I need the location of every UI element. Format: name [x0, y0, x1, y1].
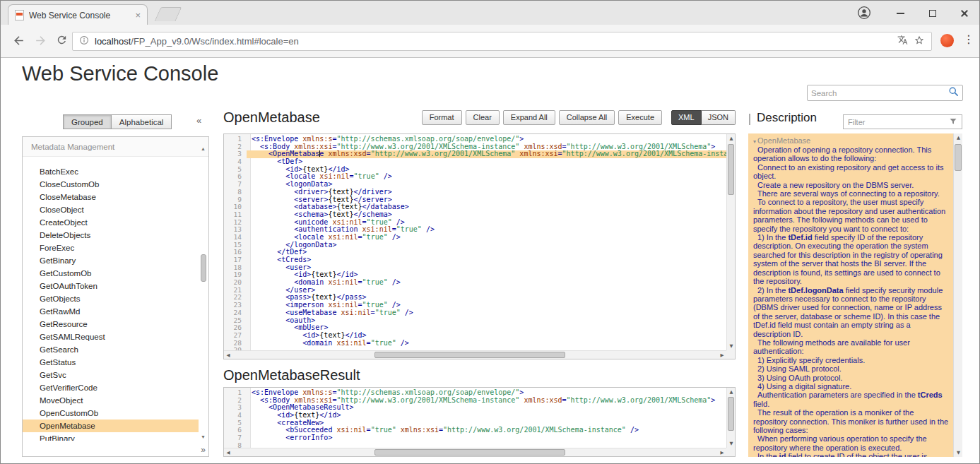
window-close-button[interactable] — [955, 6, 974, 20]
sidebar-item[interactable]: DeleteObjects — [23, 229, 199, 242]
toolbar-button[interactable]: Format — [422, 110, 462, 125]
code-text — [247, 442, 726, 448]
description-scrollbar[interactable]: ▲ ▼ — [953, 133, 962, 457]
scrollbar-thumb[interactable] — [201, 254, 206, 282]
description-paragraph: 4) Using a digital signature. — [753, 382, 950, 391]
url-text: localhost/FP_App_v9.0/Wsc/index.html#loc… — [95, 36, 892, 47]
description-title: Description — [757, 111, 817, 125]
new-tab-button[interactable] — [155, 7, 182, 21]
request-editor[interactable]: 1 <s:Envelope xmlns:s="http://schemas.xm… — [223, 133, 736, 359]
scrollbar-thumb[interactable] — [374, 449, 565, 456]
sidebar-item[interactable]: GetRawMd — [23, 305, 199, 318]
description-node-header[interactable]: ▾OpenMetabase — [753, 136, 950, 145]
reload-button[interactable] — [56, 34, 68, 49]
vertical-scrollbar[interactable]: ▲ ▼ — [726, 388, 735, 448]
request-code[interactable]: 1 <s:Envelope xmlns:s="http://schemas.xm… — [224, 136, 726, 350]
sidebar-item[interactable]: GetStatus — [23, 356, 199, 369]
line-number: 4 — [224, 412, 247, 420]
scroll-up-icon[interactable]: ▲ — [954, 133, 962, 142]
address-bar[interactable]: localhost/FP_App_v9.0/Wsc/index.html#loc… — [72, 32, 932, 51]
request-header: OpenMetabase Format Clear Expand All Col… — [223, 109, 736, 126]
response-code[interactable]: 1 <s:Envelope xmlns:s="http://schemas.xm… — [224, 389, 726, 448]
scroll-right-icon[interactable]: ▶ — [718, 448, 726, 457]
sidebar-item[interactable]: MoveObject — [23, 394, 199, 407]
scroll-left-icon[interactable]: ◀ — [224, 448, 232, 457]
sidebar-item[interactable]: CloseMetabase — [23, 191, 199, 203]
back-button[interactable] — [12, 34, 25, 50]
scroll-up-icon[interactable]: ▲ — [727, 134, 736, 143]
scroll-up-icon[interactable]: ▲ — [727, 388, 736, 396]
horizontal-scrollbar[interactable]: ◀ ▶ — [224, 448, 726, 456]
scroll-right-icon[interactable]: ▶ — [718, 351, 726, 359]
forward-button[interactable] — [34, 34, 47, 50]
translate-icon[interactable] — [897, 35, 908, 48]
scroll-left-icon[interactable]: ◀ — [224, 351, 232, 359]
format-button[interactable]: JSON — [702, 110, 736, 125]
grouped-button[interactable]: Grouped — [63, 114, 112, 129]
sidebar-item[interactable]: GetObjects — [23, 292, 199, 305]
method-list: BatchExec CloseCustomOb CloseMetabase Cl… — [23, 157, 199, 441]
sidebar-item[interactable]: PutBinary — [23, 432, 199, 441]
search-icon[interactable] — [948, 86, 959, 100]
scroll-down-icon[interactable]: ▼ — [954, 448, 962, 457]
sidebar-item[interactable]: CreateObject — [23, 216, 199, 229]
browser-tab[interactable]: Web Service Console × — [8, 4, 148, 25]
sidebar-item[interactable]: GetBinary — [23, 254, 199, 267]
sidebar-item[interactable]: GetCustomOb — [23, 267, 199, 280]
sidebar-item[interactable]: GetSvc — [23, 369, 199, 381]
profile-icon[interactable] — [857, 6, 871, 23]
sidebar-item[interactable]: OpenCustomOb — [23, 407, 199, 420]
line-number: 1 — [224, 389, 247, 397]
description-paragraph: The following methods are available for … — [753, 338, 950, 356]
sidebar-item[interactable]: OpenMetabase — [23, 420, 199, 432]
horizontal-scrollbar[interactable]: ◀ ▶ — [224, 350, 726, 359]
search-input[interactable] — [811, 89, 948, 97]
sidebar-item[interactable]: CloseCustomOb — [23, 178, 199, 191]
format-button[interactable]: XML — [671, 110, 702, 125]
vertical-scrollbar[interactable]: ▲ ▼ — [726, 134, 735, 350]
panel-splitter[interactable] — [749, 114, 750, 125]
code-text: </logonData> — [247, 242, 726, 249]
response-editor[interactable]: 1 <s:Envelope xmlns:s="http://schemas.xm… — [223, 387, 736, 457]
scrollbar-thumb[interactable] — [374, 352, 565, 358]
sidebar-item[interactable]: GetSearch — [23, 343, 199, 356]
sidebar-collapse-button[interactable]: « — [196, 115, 201, 126]
maximize-button[interactable] — [923, 6, 942, 20]
scroll-down-icon[interactable]: ▼ — [727, 439, 736, 448]
toolbar-button[interactable]: Clear — [466, 110, 500, 125]
code-line: 27 <id>{text}</id> — [224, 332, 726, 340]
sidebar-item[interactable]: BatchExec — [23, 165, 199, 178]
sidebar-item[interactable]: CloseObject — [23, 203, 199, 216]
filter-input[interactable] — [848, 118, 949, 126]
minimize-button[interactable] — [891, 6, 909, 20]
sidebar-item[interactable]: GetSAMLRequest — [23, 331, 199, 343]
scrollbar-thumb[interactable] — [728, 397, 734, 431]
sidebar-item[interactable]: GetResource — [23, 318, 199, 331]
code-text: <OpenMetabase xmlns:xsd="http://www.w3.o… — [247, 150, 726, 158]
sidebar-expand-button[interactable]: » — [201, 445, 206, 455]
line-number: 3 — [224, 404, 247, 412]
line-number: 2 — [224, 143, 247, 151]
toolbar-button[interactable]: Collapse All — [559, 110, 615, 125]
scrollbar-thumb[interactable] — [728, 144, 734, 195]
description-paragraph: Authentication parameters are specified … — [753, 391, 950, 408]
scroll-down-icon[interactable]: ▼ — [201, 434, 206, 439]
extension-icon[interactable] — [940, 34, 954, 47]
bookmark-star-icon[interactable] — [914, 35, 925, 49]
toolbar-button[interactable]: Execute — [618, 110, 662, 125]
tab-close-icon[interactable]: × — [135, 11, 141, 20]
scroll-down-icon[interactable]: ▼ — [727, 342, 736, 350]
group-header[interactable]: Metadata Management — [23, 137, 208, 157]
browser-menu-icon[interactable]: ⋮ — [963, 32, 973, 46]
toolbar-button[interactable]: Expand All — [503, 110, 555, 125]
sidebar-item[interactable]: ForeExec — [23, 242, 199, 254]
filter-funnel-icon[interactable] — [949, 116, 957, 129]
page-title: Web Service Console — [22, 62, 218, 85]
sidebar-item[interactable]: GetOAuthToken — [23, 280, 199, 292]
scrollbar-thumb[interactable] — [955, 144, 962, 171]
sidebar-item[interactable]: GetVerifierCode — [23, 381, 199, 394]
info-icon[interactable] — [79, 35, 89, 48]
scroll-up-icon[interactable]: ▲ — [201, 146, 206, 151]
alphabetical-button[interactable]: Alphabetical — [112, 114, 172, 129]
line-number: 7 — [224, 181, 247, 189]
